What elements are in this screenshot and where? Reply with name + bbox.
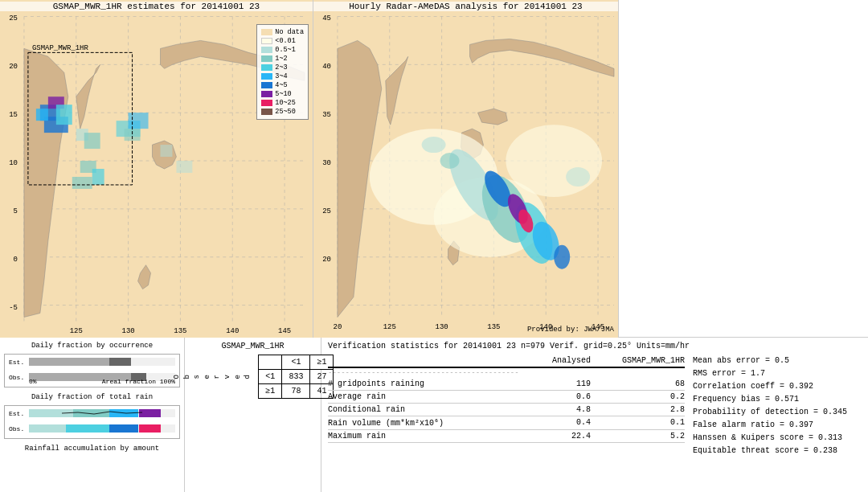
svg-text:140: 140: [226, 327, 239, 335]
row-val2-1: 0.2: [597, 392, 685, 401]
row-lt1-label: <1: [259, 370, 282, 384]
row-label-4: Maximum rain: [328, 432, 503, 441]
stats-row-3: Rain volume (mm*km²x10⁶) 0.4 0.1: [328, 416, 685, 430]
side-stat-4: Probability of detection = 0.345: [693, 406, 862, 419]
svg-text:25: 25: [322, 207, 331, 215]
right-map-svg: 45 40 35 30 25 20 20 125 130 135 140 145: [313, 0, 618, 338]
legend-panel: No data <0.01 0.5~1 1~2 2~3 3~4 4~5 5~10…: [256, 24, 309, 120]
row-val1-0: 119: [503, 379, 597, 388]
observed-label: Observed: [173, 375, 252, 379]
svg-point-71: [506, 125, 602, 197]
side-stat-1: RMS error = 1.7: [693, 367, 862, 380]
side-stat-5: False alarm ratio = 0.397: [693, 419, 862, 432]
chart1-title: Daily fraction by occurrence: [4, 342, 180, 350]
row-label-3: Rain volume (mm*km²x10⁶): [328, 418, 503, 428]
svg-text:5: 5: [14, 207, 18, 215]
svg-rect-40: [176, 161, 192, 173]
cell-c: 78: [282, 384, 310, 399]
stats-table: Analysed GSMAP_MWR_1HR -----------------…: [328, 355, 685, 457]
row-val2-4: 5.2: [597, 432, 685, 441]
svg-rect-35: [84, 133, 100, 149]
svg-text:GSMAP_MWR_1HR: GSMAP_MWR_1HR: [32, 44, 89, 52]
svg-point-79: [554, 245, 570, 269]
cont-table-title: GSMAP_MWR_1HR: [221, 342, 284, 351]
stats-header: Analysed GSMAP_MWR_1HR: [328, 355, 685, 368]
left-map-panel: GSMAP_MWR_1HR estimates for 20141001 23 …: [0, 0, 313, 338]
side-stat-6: Hanssen & Kuipers score = 0.313: [693, 432, 862, 445]
verification-stats-panel: Verification statistics for 20141001 23 …: [321, 338, 868, 492]
svg-text:145: 145: [278, 327, 291, 335]
svg-text:125: 125: [383, 323, 396, 331]
row-val1-4: 22.4: [503, 432, 597, 441]
row-val1-3: 0.4: [503, 418, 597, 428]
svg-text:0: 0: [14, 256, 18, 264]
row-val1-1: 0.6: [503, 392, 597, 401]
row-label-2: Conditional rain: [328, 405, 503, 414]
svg-text:35: 35: [322, 111, 331, 119]
side-stats: Mean abs error = 0.5 RMS error = 1.7 Cor…: [693, 355, 862, 457]
svg-text:15: 15: [9, 111, 18, 119]
svg-rect-39: [160, 145, 172, 157]
right-map-panel: Hourly Radar-AMeDAS analysis for 2014100…: [313, 0, 619, 338]
chart1-area: Est. Obs. 0% Areal fraction 100%: [4, 354, 180, 387]
stats-row-1: Average rain 0.6 0.2: [328, 391, 685, 404]
svg-text:40: 40: [322, 63, 331, 71]
stats-row-2: Conditional rain 4.8 2.8: [328, 404, 685, 416]
cell-a: 833: [282, 370, 310, 384]
spacer: [619, 0, 868, 337]
row-label-0: # gridpoints raining: [328, 379, 503, 388]
page-layout: GSMAP_MWR_1HR estimates for 20141001 23 …: [0, 0, 868, 492]
svg-text:125: 125: [70, 327, 83, 335]
svg-rect-29: [36, 109, 48, 121]
svg-text:20: 20: [322, 256, 331, 264]
svg-point-80: [422, 137, 446, 153]
svg-rect-30: [56, 105, 72, 125]
verification-title: Verification statistics for 20141001 23 …: [328, 342, 862, 351]
header-empty: [328, 356, 503, 365]
stats-row-4: Maximum rain 22.4 5.2: [328, 430, 685, 443]
bottom-charts: Daily fraction by occurrence Est. Obs.: [0, 338, 185, 492]
svg-text:-5: -5: [9, 304, 18, 312]
right-map-title: Hourly Radar-AMeDAS analysis for 2014100…: [313, 2, 618, 11]
top-row: GSMAP_MWR_1HR estimates for 20141001 23 …: [0, 0, 868, 338]
svg-text:130: 130: [436, 323, 448, 331]
divider: ----------------------------------------…: [328, 368, 685, 378]
side-stat-3: Frequency bias = 0.571: [693, 393, 862, 406]
row-val2-0: 68: [597, 379, 685, 388]
chart2-area: Est. Obs.: [4, 405, 180, 439]
svg-text:130: 130: [122, 327, 135, 335]
row-val1-2: 4.8: [503, 405, 597, 414]
left-map-title: GSMAP_MWR_1HR estimates for 20141001 23: [0, 2, 313, 11]
provided-by-label: Provided by: JWA/JMA: [527, 326, 614, 334]
contingency-table-panel: GSMAP_MWR_1HR Observed <1 ≥1: [185, 338, 321, 492]
header-analysed: Analysed: [503, 356, 597, 365]
svg-rect-33: [72, 177, 92, 189]
svg-rect-37: [129, 113, 149, 129]
svg-text:10: 10: [9, 159, 18, 167]
side-stat-0: Mean abs error = 0.5: [693, 355, 862, 367]
svg-rect-32: [92, 169, 104, 185]
svg-text:135: 135: [174, 327, 186, 335]
row-val2-2: 2.8: [597, 405, 685, 414]
svg-point-81: [440, 153, 460, 169]
row-label-1: Average rain: [328, 392, 503, 401]
chart3-title: Rainfall accumulation by amount: [4, 445, 180, 453]
svg-text:45: 45: [322, 14, 331, 23]
stats-content: Analysed GSMAP_MWR_1HR -----------------…: [328, 355, 862, 457]
bottom-row: Daily fraction by occurrence Est. Obs.: [0, 338, 868, 492]
row-ge1-label: ≥1: [259, 384, 282, 399]
col-lt1-header: <1: [282, 355, 310, 370]
side-stat-7: Equitable threat score = 0.238: [693, 445, 862, 457]
svg-point-82: [566, 167, 590, 187]
header-gsmap: GSMAP_MWR_1HR: [597, 356, 685, 365]
svg-text:30: 30: [322, 159, 331, 167]
chart2-title: Daily fraction of total rain: [4, 393, 180, 401]
side-stat-2: Correlation coeff = 0.392: [693, 380, 862, 393]
svg-text:20: 20: [9, 63, 18, 71]
svg-text:135: 135: [487, 323, 500, 331]
row-val2-3: 0.1: [597, 418, 685, 428]
empty-cell: [259, 355, 282, 370]
svg-text:20: 20: [334, 323, 342, 331]
svg-text:25: 25: [9, 14, 18, 23]
stats-row-0: # gridpoints raining 119 68: [328, 378, 685, 391]
